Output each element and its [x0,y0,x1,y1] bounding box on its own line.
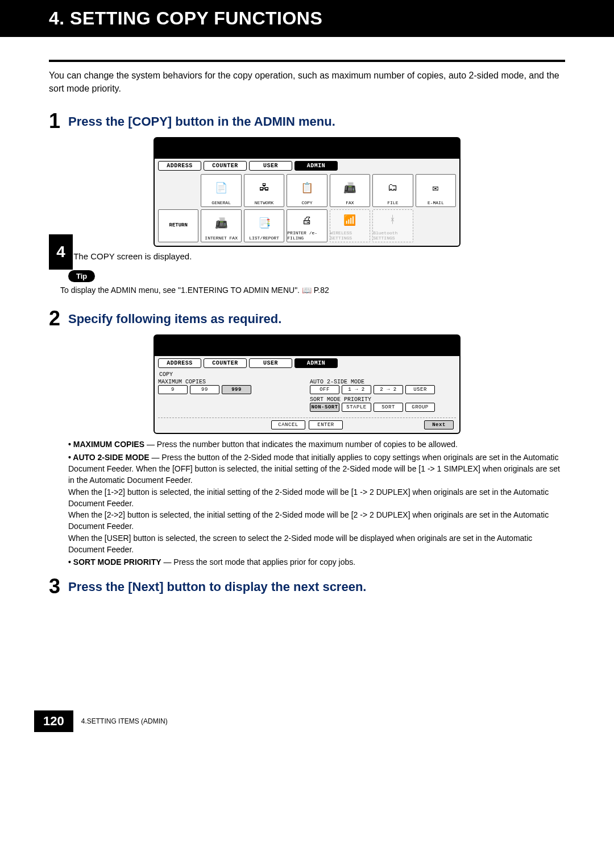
intro-text: You can change the system behaviors for … [49,69,565,95]
max-copies-9[interactable]: 9 [158,385,188,394]
maximum-copies-label: MAXIMUM COPIES [158,379,304,385]
wireless-settings-button: 📶WIRELESS SETTINGS [330,209,370,242]
page-footer: 120 4.SETTING ITEMS (ADMIN) [0,710,614,732]
step-1-note: The COPY screen is displayed. [68,251,565,261]
step-1-title: Press the [COPY] button in the ADMIN men… [68,111,335,131]
file-button[interactable]: 🗂FILE [372,174,413,207]
max-copies-999[interactable]: 999 [222,385,251,394]
bluetooth-label: Bluetooth SETTINGS [373,230,412,241]
printer-efiling-label: PRINTER /e-FILING [287,230,326,241]
tab-admin[interactable]: ADMIN [294,161,338,171]
bluetooth-icon: ᚼ [389,210,396,230]
page-number: 120 [34,710,73,732]
panel-blackbar [155,336,459,356]
list-report-button[interactable]: 📑LIST/REPORT [244,209,284,242]
footer-label: 4.SETTING ITEMS (ADMIN) [81,717,168,725]
email-button[interactable]: ✉E-MAIL [416,174,456,207]
tip-badge: Tip [68,270,95,282]
wireless-label: WIRELESS SETTINGS [330,230,370,241]
tab-counter[interactable]: COUNTER [204,161,247,171]
list-report-label: LIST/REPORT [249,235,279,241]
return-button[interactable]: RETURN [158,209,198,242]
screen-subtitle: COPY [159,371,456,378]
page-title: 4. SETTING COPY FUNCTIONS [0,0,614,37]
list-report-icon: 📑 [258,210,271,235]
network-button[interactable]: 🖧NETWORK [244,174,284,207]
admin-menu-screenshot: ADDRESS COUNTER USER ADMIN 📄GENERAL 🖧NET… [154,137,460,247]
general-icon: 📄 [215,175,227,200]
cancel-button[interactable]: CANCEL [271,420,305,429]
desc-sort-label: SORT MODE PRIORITY [73,557,161,567]
sort-mode-label: SORT MODE PRIORITY [310,396,456,403]
desc-max-text: — Press the number button that indicates… [144,440,458,449]
empty-cell [158,174,198,207]
desc-auto-text: — Press the button of the 2-Sided mode t… [68,453,560,554]
copy-settings-screenshot: ADDRESS COUNTER USER ADMIN COPY MAXIMUM … [154,334,460,434]
next-button[interactable]: Next [424,420,454,429]
return-label: RETURN [169,222,188,228]
tab-user[interactable]: USER [249,358,292,368]
desc-auto-label: AUTO 2-SIDE MODE [73,453,149,462]
internet-fax-icon: 📠 [215,210,227,235]
network-label: NETWORK [255,200,274,205]
auto-user[interactable]: USER [405,385,435,394]
step-3-number: 3 [49,576,63,597]
sort-nonsort[interactable]: NON-SORT [310,403,339,412]
step-2-number: 2 [49,308,63,329]
network-icon: 🖧 [259,175,269,200]
tab-address[interactable]: ADDRESS [158,161,201,171]
wireless-icon: 📶 [343,210,356,230]
printer-efiling-button[interactable]: 🖨PRINTER /e-FILING [287,209,327,242]
desc-sort-text: — Press the sort mode that applies prior… [161,557,356,567]
step-3: 3 Press the [Next] button to display the… [49,576,565,597]
internet-fax-button[interactable]: 📠INTERNET FAX [201,209,241,242]
desc-max-label: MAXIMUM COPIES [73,440,144,449]
tip-text: To display the ADMIN menu, see "1.ENTERI… [60,286,565,295]
sort-sort[interactable]: SORT [374,403,403,412]
chapter-tab: 4 [49,234,73,270]
tip-pageref: P.82 [314,286,329,295]
auto-1-2[interactable]: 1 → 2 [342,385,371,394]
fax-label: FAX [346,200,354,205]
auto-off[interactable]: OFF [310,385,339,394]
enter-button[interactable]: ENTER [309,420,343,429]
copy-icon: 📋 [301,175,313,200]
step-1-number: 1 [49,111,63,131]
divider [49,60,565,62]
tip-prefix: To display the ADMIN menu, see "1.ENTERI… [60,286,302,295]
panel-blackbar [155,138,459,159]
step-1: 1 Press the [COPY] button in the ADMIN m… [49,111,565,131]
empty-cell [416,209,456,242]
bluetooth-settings-button: ᚼBluetooth SETTINGS [372,209,413,242]
auto-2side-label: AUTO 2-SIDE MODE [310,379,456,385]
email-label: E-MAIL [428,200,444,205]
copy-button[interactable]: 📋COPY [287,174,327,207]
fax-icon: 📠 [343,175,356,200]
sort-staple[interactable]: STAPLE [342,403,371,412]
copy-label: COPY [301,200,312,205]
book-icon: 📖 [302,286,314,295]
step-2-descriptions: MAXIMUM COPIES — Press the number button… [68,439,565,568]
email-icon: ✉ [433,175,439,200]
auto-2-2[interactable]: 2 → 2 [374,385,403,394]
step-2: 2 Specify following items as required. [49,308,565,329]
general-label: GENERAL [211,200,231,205]
tab-counter[interactable]: COUNTER [204,358,247,368]
tab-admin[interactable]: ADMIN [294,358,338,368]
step-2-title: Specify following items as required. [68,308,281,329]
tab-address[interactable]: ADDRESS [158,358,201,368]
file-label: FILE [387,200,398,205]
general-button[interactable]: 📄GENERAL [201,174,241,207]
max-copies-99[interactable]: 99 [190,385,219,394]
printer-icon: 🖨 [302,210,312,230]
file-icon: 🗂 [388,175,398,200]
tab-user[interactable]: USER [249,161,292,171]
fax-button[interactable]: 📠FAX [330,174,370,207]
step-3-title: Press the [Next] button to display the n… [68,576,366,597]
sort-group[interactable]: GROUP [405,403,435,412]
internet-fax-label: INTERNET FAX [205,235,238,241]
